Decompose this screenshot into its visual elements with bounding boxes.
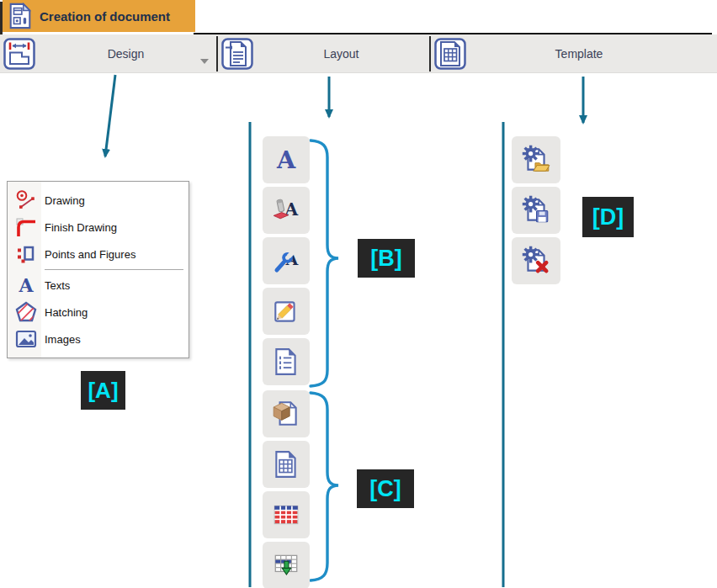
design-dropdown-menu: Drawing Finish Drawing Points and Figure…: [7, 181, 189, 358]
design-callout-arrow: [105, 75, 115, 156]
text-settings-icon: A: [271, 246, 301, 276]
design-section-icon: [3, 38, 35, 70]
template-open-icon: [521, 145, 551, 175]
ribbon-section-design[interactable]: Design: [0, 34, 216, 73]
design-dropdown-caret-icon[interactable]: [200, 59, 209, 64]
3d-document-button[interactable]: [263, 390, 310, 437]
ribbon-top-border: [194, 33, 712, 34]
menu-item-label: Drawing: [45, 194, 85, 207]
edit-text-button[interactable]: [263, 288, 310, 335]
tab-title: Creation of document: [40, 9, 170, 24]
template-toolbar: [512, 136, 560, 284]
texts-icon: A: [14, 273, 38, 297]
menu-item-finish-drawing[interactable]: Finish Drawing: [8, 214, 189, 241]
ribbon: Design Layout: [0, 34, 717, 73]
annotation-label-d: [D]: [582, 197, 634, 237]
document-window-icon: [7, 3, 34, 29]
numbered-list-document-button[interactable]: [263, 338, 310, 385]
svg-text:A: A: [276, 146, 296, 174]
menu-item-drawing[interactable]: Drawing: [8, 187, 189, 214]
template-save-button[interactable]: [512, 187, 560, 234]
ribbon-label-design: Design: [35, 47, 216, 61]
layout-toolbar-group-c: [263, 390, 310, 588]
ribbon-label-layout: Layout: [253, 47, 429, 61]
text-settings-button[interactable]: A: [263, 237, 310, 284]
svg-text:A: A: [18, 274, 34, 296]
template-open-button[interactable]: [512, 136, 560, 183]
annotation-label-a: [A]: [81, 371, 125, 410]
layout-toolbar-group-b: A A A: [263, 136, 310, 385]
menu-item-label: Points and Figures: [45, 248, 135, 261]
text-icon: A: [271, 145, 301, 175]
menu-item-label: Hatching: [45, 306, 88, 319]
texts-button[interactable]: A: [263, 136, 310, 183]
annotation-label-c: [C]: [357, 469, 414, 508]
document-tab[interactable]: Creation of document: [3, 0, 195, 32]
table-import-icon: [271, 550, 301, 580]
edit-pencil-icon: [271, 296, 301, 326]
finish-drawing-icon: [14, 215, 38, 239]
menu-item-label: Texts: [45, 279, 70, 292]
menu-item-label: Finish Drawing: [45, 221, 117, 234]
menu-item-label: Images: [45, 333, 81, 346]
table-import-button[interactable]: [263, 542, 310, 588]
colored-table-button[interactable]: [263, 491, 310, 538]
layout-section-icon: [221, 38, 253, 70]
template-save-icon: [521, 195, 551, 225]
group-b-brace: [311, 140, 338, 386]
menu-item-points-and-figures[interactable]: Points and Figures: [8, 241, 189, 268]
drawing-icon: [14, 188, 38, 212]
annotation-label-b: [B]: [358, 239, 415, 278]
colored-table-icon: [271, 500, 301, 530]
menu-separator: [45, 269, 183, 270]
hatching-icon: [14, 300, 38, 324]
table-document-button[interactable]: [263, 441, 310, 488]
images-icon: [14, 327, 38, 351]
text-stamp-button[interactable]: A: [263, 187, 310, 234]
creation-of-document-window: Creation of document Design: [0, 0, 717, 588]
ribbon-label-template: Template: [466, 47, 692, 61]
text-stamp-icon: A: [271, 195, 301, 225]
ribbon-section-layout[interactable]: Layout: [218, 34, 429, 73]
menu-item-texts[interactable]: A Texts: [8, 272, 189, 299]
menu-item-hatching[interactable]: Hatching: [8, 299, 189, 326]
3d-document-icon: [271, 399, 301, 429]
ribbon-section-template[interactable]: Template: [431, 34, 715, 73]
table-document-icon: [271, 449, 301, 479]
group-c-brace: [311, 393, 338, 580]
menu-item-images[interactable]: Images: [8, 326, 189, 352]
points-and-figures-icon: [14, 242, 38, 266]
numbered-list-document-icon: [271, 347, 301, 377]
template-section-icon: [434, 38, 466, 70]
template-delete-icon: [521, 246, 551, 276]
template-delete-button[interactable]: [512, 237, 560, 284]
